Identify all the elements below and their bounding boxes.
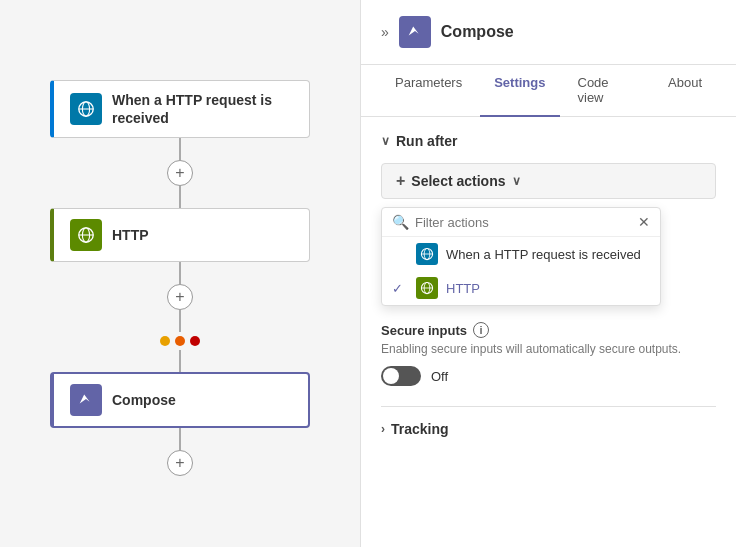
tracking-section-header[interactable]: › Tracking (381, 421, 716, 437)
dot-1 (160, 336, 170, 346)
check-icon-http-request (392, 247, 408, 262)
toggle-state-label: Off (431, 369, 448, 384)
panel-header: » Compose (361, 0, 736, 65)
compose-node-icon (70, 384, 102, 416)
check-icon-http: ✓ (392, 281, 408, 296)
filter-input[interactable] (415, 215, 632, 230)
toggle-row: Off (381, 366, 716, 386)
tracking-section: › Tracking (381, 406, 716, 437)
tab-bar: Parameters Settings Code view About (361, 65, 736, 117)
detail-panel: » Compose Parameters Settings Code view … (360, 0, 736, 547)
dropdown-item-icon-http-request (416, 243, 438, 265)
toggle-knob (383, 368, 399, 384)
compose-node-label: Compose (112, 391, 176, 409)
connector-line-1 (179, 138, 181, 160)
http-request-node-icon (70, 93, 102, 125)
tracking-chevron: › (381, 422, 385, 436)
connector-line-2 (179, 186, 181, 208)
tab-parameters[interactable]: Parameters (381, 65, 476, 117)
secure-inputs-description: Enabling secure inputs will automaticall… (381, 342, 716, 356)
dot-3 (190, 336, 200, 346)
connector-line-3 (179, 262, 181, 284)
http-node-label: HTTP (112, 226, 149, 244)
clear-search-button[interactable]: ✕ (638, 214, 650, 230)
status-dots (160, 336, 200, 346)
dropdown-scroll-area: When a HTTP request is received ✓ HT (382, 237, 660, 305)
connector-2: + (160, 262, 200, 372)
select-actions-button[interactable]: + Select actions ∨ (381, 163, 716, 199)
dot-2 (175, 336, 185, 346)
dropdown-list: When a HTTP request is received ✓ HT (382, 237, 660, 305)
dropdown-item-label-http: HTTP (446, 281, 480, 296)
dropdown-item-label-http-request: When a HTTP request is received (446, 247, 641, 262)
http-node[interactable]: HTTP (50, 208, 310, 262)
connector-line-5 (179, 350, 181, 372)
secure-inputs-toggle[interactable] (381, 366, 421, 386)
connector-line-4 (179, 310, 181, 332)
secure-label-row: Secure inputs i (381, 322, 716, 338)
info-icon[interactable]: i (473, 322, 489, 338)
http-request-node[interactable]: When a HTTP request is received (50, 80, 310, 138)
connector-3: + (167, 428, 193, 476)
run-after-section-header[interactable]: ∨ Run after (381, 133, 716, 149)
secure-inputs-section: Secure inputs i Enabling secure inputs w… (381, 322, 716, 386)
panel-header-icon (399, 16, 431, 48)
connector-1: + (167, 138, 193, 208)
panel-content: ∨ Run after + Select actions ∨ 🔍 ✕ (361, 117, 736, 547)
add-step-button-1[interactable]: + (167, 160, 193, 186)
plus-icon: + (396, 172, 405, 190)
flow-nodes: When a HTTP request is received + HTTP + (0, 0, 360, 476)
add-step-button-3[interactable]: + (167, 450, 193, 476)
tab-codeview[interactable]: Code view (564, 65, 651, 117)
tab-settings[interactable]: Settings (480, 65, 559, 117)
secure-inputs-label: Secure inputs (381, 323, 467, 338)
run-after-chevron: ∨ (381, 134, 390, 148)
chevron-down-icon: ∨ (512, 174, 521, 188)
compose-node[interactable]: Compose (50, 372, 310, 428)
connector-line-6 (179, 428, 181, 450)
dropdown-item-icon-http (416, 277, 438, 299)
run-after-label: Run after (396, 133, 457, 149)
select-actions-label: Select actions (411, 173, 505, 189)
panel-title: Compose (441, 23, 514, 41)
flow-canvas: When a HTTP request is received + HTTP + (0, 0, 360, 547)
actions-dropdown: 🔍 ✕ (381, 207, 661, 306)
dropdown-item-http[interactable]: ✓ HTTP (382, 271, 660, 305)
expand-button[interactable]: » (381, 24, 389, 40)
http-request-node-label: When a HTTP request is received (112, 91, 293, 127)
dropdown-item-http-request[interactable]: When a HTTP request is received (382, 237, 660, 271)
search-icon: 🔍 (392, 214, 409, 230)
add-step-button-2[interactable]: + (167, 284, 193, 310)
http-node-icon (70, 219, 102, 251)
tab-about[interactable]: About (654, 65, 716, 117)
search-row: 🔍 ✕ (382, 208, 660, 237)
tracking-label: Tracking (391, 421, 449, 437)
